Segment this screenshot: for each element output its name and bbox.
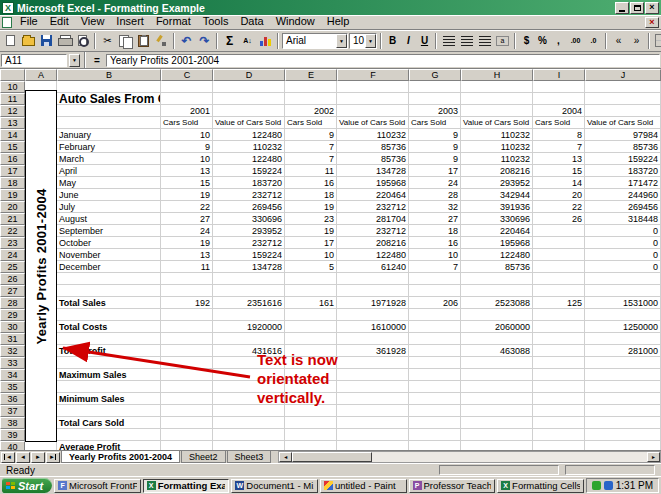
- cell-H20[interactable]: 391936: [461, 201, 533, 213]
- cell-G36[interactable]: [409, 393, 461, 405]
- column-header-H[interactable]: H: [461, 69, 533, 81]
- row-header-17[interactable]: 17: [0, 165, 25, 177]
- cell-J21[interactable]: 318448: [585, 213, 661, 225]
- menu-insert[interactable]: Insert: [110, 15, 150, 29]
- row-header-30[interactable]: 30: [0, 321, 25, 333]
- cell-F25[interactable]: 61240: [337, 261, 409, 273]
- cell-E19[interactable]: 18: [285, 189, 337, 201]
- cell-I23[interactable]: [533, 237, 585, 249]
- decrease-indent-button[interactable]: «: [610, 32, 627, 50]
- row-header-14[interactable]: 14: [0, 129, 25, 141]
- cell-C24[interactable]: 13: [161, 249, 213, 261]
- cell-E21[interactable]: 23: [285, 213, 337, 225]
- cell-C28[interactable]: 192: [161, 297, 213, 309]
- cell-J32[interactable]: 281000: [585, 345, 661, 357]
- cell-D10[interactable]: [213, 81, 285, 93]
- cell-F39[interactable]: [337, 429, 409, 441]
- cell-E25[interactable]: 5: [285, 261, 337, 273]
- cell-I34[interactable]: [533, 369, 585, 381]
- cell-D24[interactable]: 159224: [213, 249, 285, 261]
- cell-E38[interactable]: [285, 417, 337, 429]
- cell-D29[interactable]: [213, 309, 285, 321]
- cell-I30[interactable]: [533, 321, 585, 333]
- cell-H12[interactable]: [461, 105, 533, 117]
- align-right-button[interactable]: [476, 32, 493, 50]
- menu-tools[interactable]: Tools: [197, 15, 235, 29]
- cell-H21[interactable]: 330696: [461, 213, 533, 225]
- cell-B35[interactable]: [57, 381, 161, 393]
- cell-D25[interactable]: 134728: [213, 261, 285, 273]
- cell-B12[interactable]: [57, 105, 161, 117]
- cell-G40[interactable]: [409, 441, 461, 450]
- align-center-button[interactable]: [458, 32, 475, 50]
- cell-E14[interactable]: 9: [285, 129, 337, 141]
- cell-D22[interactable]: 293952: [213, 225, 285, 237]
- column-header-E[interactable]: E: [285, 69, 337, 81]
- underline-button[interactable]: U: [417, 33, 432, 49]
- cell-C25[interactable]: 11: [161, 261, 213, 273]
- cell-F30[interactable]: 1610000: [337, 321, 409, 333]
- menu-edit[interactable]: Edit: [44, 15, 75, 29]
- cell-G38[interactable]: [409, 417, 461, 429]
- cell-H11[interactable]: [461, 93, 533, 105]
- cell-C39[interactable]: [161, 429, 213, 441]
- cell-C36[interactable]: [161, 393, 213, 405]
- cell-J13[interactable]: Value of Cars Sold: [585, 117, 661, 129]
- scroll-right-button[interactable]: ►: [647, 452, 660, 462]
- cell-J19[interactable]: 244960: [585, 189, 661, 201]
- cell-D30[interactable]: 1920000: [213, 321, 285, 333]
- save-button[interactable]: [38, 32, 55, 50]
- row-header-31[interactable]: 31: [0, 333, 25, 345]
- cell-C12[interactable]: 2001: [161, 105, 213, 117]
- cell-G31[interactable]: [409, 333, 461, 345]
- cell-F29[interactable]: [337, 309, 409, 321]
- row-header-38[interactable]: 38: [0, 417, 25, 429]
- cell-D28[interactable]: 2351616: [213, 297, 285, 309]
- cell-H39[interactable]: [461, 429, 533, 441]
- cell-B23[interactable]: October: [57, 237, 161, 249]
- name-box-dropdown[interactable]: ▼: [69, 54, 80, 67]
- chart-wizard-button[interactable]: [257, 32, 274, 50]
- cell-E17[interactable]: 11: [285, 165, 337, 177]
- cell-J30[interactable]: 1250000: [585, 321, 661, 333]
- row-header-23[interactable]: 23: [0, 237, 25, 249]
- cell-E40[interactable]: [285, 441, 337, 450]
- cell-C26[interactable]: [161, 273, 213, 285]
- column-header-F[interactable]: F: [337, 69, 409, 81]
- cell-B37[interactable]: [57, 405, 161, 417]
- cell-C21[interactable]: 27: [161, 213, 213, 225]
- cell-J18[interactable]: 171472: [585, 177, 661, 189]
- cell-F12[interactable]: [337, 105, 409, 117]
- taskbar-button-5[interactable]: PProfessor Teach...: [409, 479, 496, 493]
- cell-F22[interactable]: 232712: [337, 225, 409, 237]
- menu-format[interactable]: Format: [150, 15, 197, 29]
- row-header-39[interactable]: 39: [0, 429, 25, 441]
- cell-I12[interactable]: 2004: [533, 105, 585, 117]
- cell-C27[interactable]: [161, 285, 213, 297]
- cell-D31[interactable]: [213, 333, 285, 345]
- cell-B13[interactable]: [57, 117, 161, 129]
- cell-G35[interactable]: [409, 381, 461, 393]
- sheet-tab-sheet3[interactable]: Sheet3: [227, 451, 272, 463]
- menu-file[interactable]: File: [14, 15, 44, 29]
- cell-J31[interactable]: [585, 333, 661, 345]
- cell-B28[interactable]: Total Sales: [57, 297, 161, 309]
- cell-F10[interactable]: [337, 81, 409, 93]
- cell-G33[interactable]: [409, 357, 461, 369]
- cell-F23[interactable]: 208216: [337, 237, 409, 249]
- cell-B18[interactable]: May: [57, 177, 161, 189]
- cell-D23[interactable]: 232712: [213, 237, 285, 249]
- minimize-button[interactable]: [615, 2, 629, 14]
- format-painter-button[interactable]: [153, 32, 170, 50]
- cell-C15[interactable]: 9: [161, 141, 213, 153]
- taskbar-button-2[interactable]: XFormatting Exa...: [143, 479, 230, 493]
- cell-C19[interactable]: 19: [161, 189, 213, 201]
- cell-E30[interactable]: [285, 321, 337, 333]
- taskbar-button-6[interactable]: XFormatting Cells...: [497, 479, 584, 493]
- cell-J38[interactable]: [585, 417, 661, 429]
- cell-C34[interactable]: [161, 369, 213, 381]
- cell-I37[interactable]: [533, 405, 585, 417]
- cell-I28[interactable]: 125: [533, 297, 585, 309]
- cell-G15[interactable]: 9: [409, 141, 461, 153]
- cell-J15[interactable]: 85736: [585, 141, 661, 153]
